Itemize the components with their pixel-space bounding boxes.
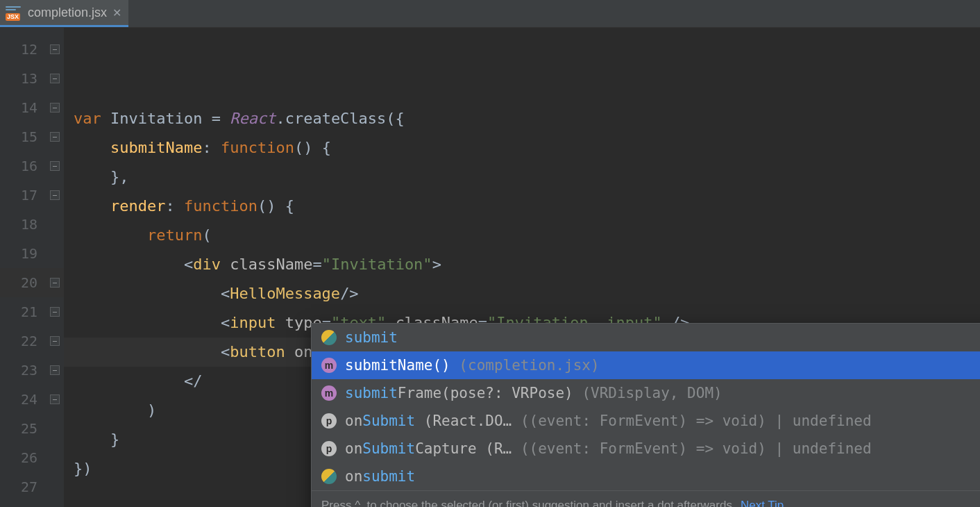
completion-label: submitName() (completion.jsx) [345,357,980,374]
tab-filename: completion.jsx [28,6,107,20]
gutter: 12131415161718192021222324252627 [0,28,64,507]
line-number: 13 [0,64,64,93]
js-icon [321,330,337,345]
line-number: 26 [0,443,64,472]
fold-handle-icon[interactable] [50,44,60,54]
method-icon: m [321,358,337,373]
code-line[interactable]: var Invitation = React.createClass({ [64,104,980,133]
line-number: 27 [0,472,64,501]
line-number: 19 [0,239,64,268]
code-line[interactable]: submitName: function() { [64,133,980,163]
completion-label: onSubmit (React.DO… ((event: FormEvent) … [345,413,980,429]
hint-text: Press ^. to choose the selected (or firs… [321,499,732,508]
line-number: 20 [0,268,64,297]
fold-handle-icon[interactable] [50,336,60,346]
completion-label: submitFrame(pose?: VRPose) (VRDisplay, D… [345,385,980,401]
file-tab-active[interactable]: JSX completion.jsx ✕ [0,0,128,27]
line-number: 25 [0,414,64,443]
completion-item[interactable]: onsubmit [312,463,980,490]
line-number: 15 [0,122,64,151]
code-line[interactable]: }, [64,163,980,192]
line-number: 17 [0,181,64,210]
completion-item[interactable]: submit [312,324,980,351]
completion-label: onSubmitCapture (R… ((event: FormEvent) … [345,440,980,457]
completion-item[interactable]: msubmitName() (completion.jsx) [312,351,980,379]
line-number: 18 [0,210,64,239]
code-line[interactable]: return( [64,221,980,250]
fold-handle-icon[interactable] [50,103,60,113]
completion-item[interactable]: ponSubmitCapture (R… ((event: FormEvent)… [312,435,980,463]
fold-handle-icon[interactable] [50,74,60,83]
fold-handle-icon[interactable] [50,278,60,288]
completion-popup: submitmsubmitName() (completion.jsx)msub… [311,323,980,507]
completion-label: onsubmit [345,468,980,485]
line-number: 16 [0,151,64,181]
fold-handle-icon[interactable] [50,190,60,200]
line-number: 23 [0,356,64,385]
fold-handle-icon[interactable] [50,132,60,142]
editor: 12131415161718192021222324252627 var Inv… [0,28,980,507]
line-number: 12 [0,35,64,64]
line-number: 14 [0,93,64,122]
line-number: 24 [0,385,64,414]
property-icon: p [321,413,337,429]
completion-item[interactable]: msubmitFrame(pose?: VRPose) (VRDisplay, … [312,379,980,407]
js-icon [321,469,337,484]
jsx-file-icon: JSX [6,4,22,21]
fold-handle-icon[interactable] [50,365,60,375]
code-line[interactable]: render: function() { [64,192,980,221]
next-tip-link[interactable]: Next Tip [741,499,784,508]
tab-bar: JSX completion.jsx ✕ [0,0,980,28]
completion-label: submit [345,329,980,346]
completion-item[interactable]: ponSubmit (React.DO… ((event: FormEvent)… [312,407,980,435]
code-line[interactable]: <div className="Invitation"> [64,250,980,279]
close-icon[interactable]: ✕ [112,6,121,19]
method-icon: m [321,385,337,401]
fold-handle-icon[interactable] [50,161,60,171]
code-area[interactable]: var Invitation = React.createClass({ sub… [64,28,980,507]
completion-hint: Press ^. to choose the selected (or firs… [312,490,980,507]
fold-handle-icon[interactable] [50,307,60,317]
fold-handle-icon[interactable] [50,394,60,404]
property-icon: p [321,441,337,456]
line-number: 22 [0,326,64,356]
line-number: 21 [0,297,64,326]
code-line[interactable]: <HelloMessage/> [64,279,980,308]
